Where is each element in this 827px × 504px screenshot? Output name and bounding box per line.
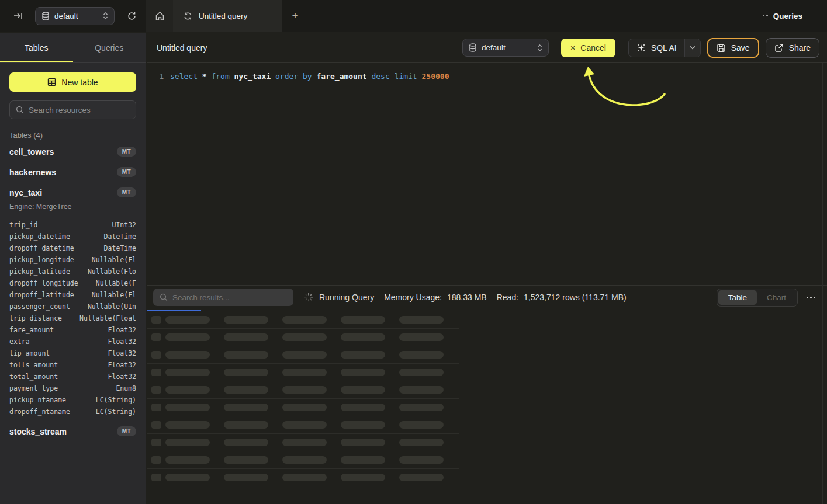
skeleton-cell — [399, 369, 444, 376]
sidebar-tab-tables[interactable]: Tables — [0, 33, 73, 62]
skeleton-row — [147, 469, 459, 486]
database-selector[interactable]: default — [35, 7, 115, 25]
column-name: pickup_datetime — [9, 232, 70, 241]
query-status: Running Query — [304, 293, 374, 302]
results-skeleton — [147, 311, 827, 504]
chevron-down-icon — [690, 46, 695, 50]
share-button[interactable]: Share — [766, 38, 819, 58]
skeleton-cell — [165, 316, 210, 324]
column-name: pickup_longitude — [9, 256, 74, 264]
database-icon — [41, 12, 50, 20]
skeleton-cell — [282, 386, 327, 394]
column-row: dropoff_ntanameLC(String) — [9, 406, 136, 418]
scrollbar-track[interactable] — [822, 63, 823, 504]
query-database-selector[interactable]: default — [462, 39, 549, 57]
column-name: trip_distance — [9, 314, 62, 322]
save-label: Save — [731, 43, 750, 53]
skeleton-cell — [399, 404, 444, 411]
sql-editor[interactable]: 1 select * from nyc_taxi order by fare_a… — [147, 64, 827, 285]
skeleton-row — [147, 416, 459, 434]
sidebar-content: New table Tables (4) cell_towers MT hack… — [0, 63, 146, 441]
column-row: trip_idUInt32 — [9, 219, 136, 231]
cancel-button[interactable]: × Cancel — [561, 39, 615, 57]
save-button[interactable]: Save — [707, 38, 759, 58]
results-search-input[interactable] — [172, 293, 287, 302]
toggle-table[interactable]: Table — [718, 290, 757, 305]
column-row: total_amountFloat32 — [9, 371, 136, 383]
database-selector-value: default — [54, 12, 78, 20]
column-name: pickup_ntaname — [9, 396, 66, 404]
queries-link-label: Queries — [773, 12, 802, 20]
sidebar-item-hackernews[interactable]: hackernews MT — [9, 162, 136, 182]
column-type: LC(String) — [96, 396, 136, 404]
skeleton-cell — [224, 369, 268, 376]
new-table-button[interactable]: New table — [9, 72, 136, 92]
skeleton-cell — [341, 404, 385, 411]
column-type: LC(String) — [96, 408, 136, 416]
column-name: tolls_amount — [9, 361, 58, 369]
column-name: pickup_latitude — [9, 267, 70, 276]
cancel-x-icon: × — [570, 44, 575, 52]
sql-line-code: select * from nyc_taxi order by fare_amo… — [170, 70, 449, 83]
sidebar-item-cell-towers[interactable]: cell_towers MT — [9, 142, 136, 161]
skeleton-cell — [165, 439, 210, 446]
skeleton-cell — [151, 439, 161, 446]
skeleton-cell — [165, 474, 210, 481]
column-type: Float32 — [108, 349, 136, 357]
skeleton-cell — [165, 421, 210, 429]
skeleton-cell — [151, 456, 161, 464]
skeleton-cell — [165, 404, 210, 411]
resource-search-input[interactable] — [29, 106, 132, 114]
sql-ai-button[interactable]: SQL AI — [628, 39, 701, 57]
cancel-label: Cancel — [580, 43, 606, 53]
tab-untitled-query[interactable]: Untitled query — [173, 0, 282, 32]
column-name: trip_id — [9, 221, 37, 229]
skeleton-cell — [399, 439, 444, 446]
column-type: Nullable(UIn — [88, 303, 136, 311]
skeleton-row — [147, 311, 459, 329]
skeleton-cell — [341, 456, 385, 464]
column-row: dropoff_datetimeDateTime — [9, 242, 136, 254]
tab-label: Untitled query — [199, 12, 247, 20]
view-toggle: Table Chart — [717, 289, 798, 307]
skeleton-cell — [282, 421, 327, 429]
sidebar-tab-queries[interactable]: Queries — [73, 33, 146, 62]
column-row: pickup_latitudeNullable(Flo — [9, 266, 136, 277]
skeleton-cell — [341, 333, 385, 341]
sql-ai-dropdown[interactable] — [684, 39, 700, 57]
refresh-button[interactable] — [124, 9, 139, 23]
column-name: dropoff_longitude — [9, 279, 78, 287]
skeleton-cell — [151, 316, 161, 324]
skeleton-cell — [224, 351, 268, 359]
sidebar-item-nyc-taxi[interactable]: nyc_taxi MT — [9, 183, 136, 202]
skeleton-cell — [399, 386, 444, 394]
sidebar-item-stocks-stream[interactable]: stocks_stream MT — [9, 422, 136, 441]
more-options-icon — [807, 297, 808, 298]
refresh-icon — [127, 11, 137, 21]
read-value: 1,523,712 rows (113.71 MB) — [524, 293, 627, 302]
more-options-button[interactable] — [805, 294, 816, 301]
skeleton-cell — [399, 351, 444, 359]
toggle-chart[interactable]: Chart — [757, 290, 796, 305]
skeleton-cell — [151, 421, 161, 429]
collapse-sidebar-button[interactable] — [12, 9, 25, 22]
column-type: Float32 — [108, 338, 136, 346]
share-label: Share — [789, 43, 811, 53]
read-label: Read: — [497, 293, 518, 302]
collapse-sidebar-icon — [13, 11, 23, 21]
skeleton-cell — [341, 386, 385, 394]
table-name: hackernews — [9, 168, 56, 177]
sql-ai-main[interactable]: SQL AI — [629, 39, 684, 57]
column-name: payment_type — [9, 384, 58, 392]
skeleton-cell — [341, 316, 385, 324]
home-button[interactable] — [146, 0, 173, 32]
column-row: passenger_countNullable(UIn — [9, 301, 136, 312]
column-type: Nullable(Fl — [92, 291, 136, 299]
skeleton-row — [147, 346, 459, 364]
queries-link[interactable]: Queries — [763, 0, 827, 32]
new-tab-button[interactable]: + — [282, 0, 309, 32]
column-row: payment_typeEnum8 — [9, 383, 136, 394]
column-name: total_amount — [9, 373, 58, 381]
column-type: UInt32 — [112, 221, 136, 229]
column-type: DateTime — [104, 232, 136, 241]
